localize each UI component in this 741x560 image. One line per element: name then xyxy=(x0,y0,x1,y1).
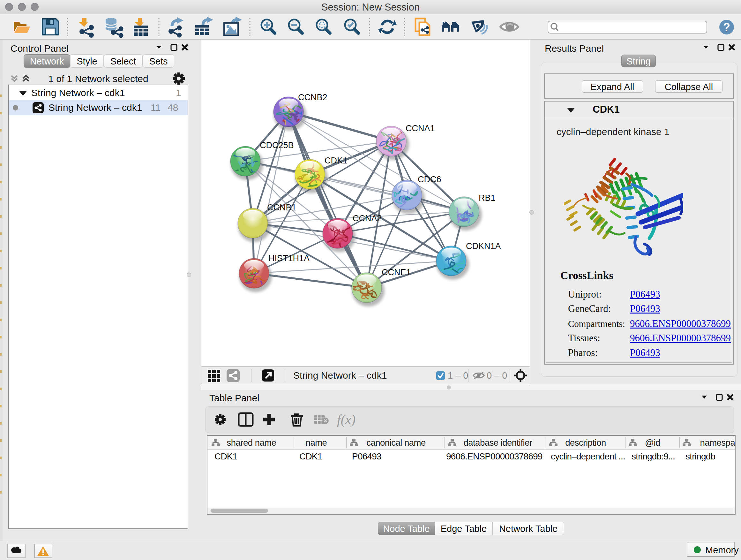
svg-text:CCNB1: CCNB1 xyxy=(267,203,296,212)
svg-text:?: ? xyxy=(723,21,730,34)
svg-text:CCNA1: CCNA1 xyxy=(406,124,435,133)
svg-text:1 – 0: 1 – 0 xyxy=(448,370,468,381)
svg-text:String Network – cdk1: String Network – cdk1 xyxy=(293,370,387,381)
svg-text:database identifier: database identifier xyxy=(463,438,532,448)
svg-text:description: description xyxy=(565,438,606,448)
svg-text:shared name: shared name xyxy=(226,438,276,448)
svg-text:0 – 0: 0 – 0 xyxy=(487,370,508,381)
svg-text:HIST1H1A: HIST1H1A xyxy=(268,253,310,263)
svg-text:CCNA2: CCNA2 xyxy=(353,213,382,223)
svg-text:CDKN1A: CDKN1A xyxy=(466,241,501,251)
svg-text:name: name xyxy=(306,438,327,448)
svg-text:CCNB2: CCNB2 xyxy=(298,92,327,102)
svg-text:CDC6: CDC6 xyxy=(418,175,441,184)
svg-text:@id: @id xyxy=(645,438,660,448)
svg-text:CDK1: CDK1 xyxy=(325,156,347,165)
svg-text:canonical name: canonical name xyxy=(366,438,426,448)
svg-text:CCNE1: CCNE1 xyxy=(382,267,411,277)
svg-text:namespac: namespac xyxy=(700,438,735,448)
svg-text:CDC25B: CDC25B xyxy=(260,140,294,150)
svg-text:RB1: RB1 xyxy=(479,193,495,203)
svg-text:f(x): f(x) xyxy=(337,412,355,427)
